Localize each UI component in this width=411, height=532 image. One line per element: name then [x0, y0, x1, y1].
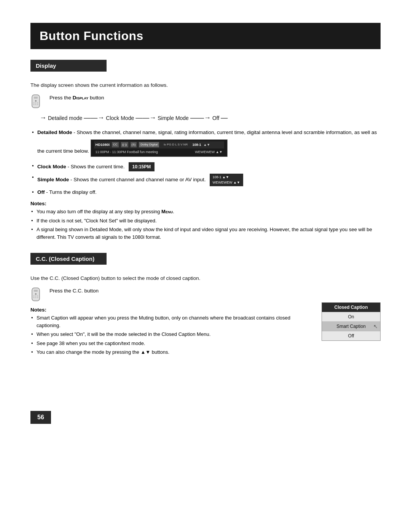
svg-point-15 [33, 297, 35, 298]
svg-point-7 [37, 104, 38, 105]
display-note-2: If the clock is not set, "Clock Not Set"… [30, 217, 381, 225]
flow-arrow-4: — [221, 114, 228, 122]
svg-point-6 [33, 104, 35, 105]
page-number: 56 [30, 411, 51, 424]
mode-simple: Simple Mode [158, 115, 189, 121]
display-notes-list: You may also turn off the display at any… [30, 208, 381, 241]
cc-menu-container: Closed Caption On Smart Caption ↖ Off [322, 302, 381, 341]
cc-note-4: You can also change the mode by pressing… [30, 348, 310, 356]
svg-point-8 [35, 102, 37, 104]
flow-arrow-2: ——→ [135, 114, 156, 122]
flow-arrow-3: ——→ [190, 114, 211, 122]
mode-detailed: Detailed mode [48, 115, 82, 121]
page-number-container: 56 [30, 388, 381, 424]
display-note-3: A signal being shown in Detailed Mode, w… [30, 226, 381, 241]
display-notes: Notes: You may also turn off the display… [30, 201, 381, 241]
svg-point-17 [35, 296, 37, 297]
flow-arrow-0: → [40, 114, 46, 122]
cc-intro: Use the C.C. (Closed Caption) button to … [30, 275, 381, 281]
mode-clock: Clock Mode [106, 115, 134, 121]
cc-menu-header: Closed Caption [322, 303, 380, 312]
display-intro: The display screen shows the current inf… [30, 82, 381, 88]
svg-point-3 [33, 102, 35, 104]
display-press-row: Press the Display button [30, 93, 381, 109]
display-note-1: You may also turn off the display at any… [30, 208, 381, 216]
cc-menu-item-off: Off [322, 331, 380, 340]
cc-press-row: Press the C.C. button [30, 286, 310, 302]
page-title: Button Functions [40, 29, 371, 43]
svg-point-12 [33, 296, 35, 297]
svg-rect-1 [34, 97, 38, 99]
cc-remote-icon [30, 287, 45, 302]
cc-section: C.C. (Closed Caption) Use the C.C. (Clos… [30, 253, 381, 358]
display-bullets: Detailed Mode - Shows the channel, chann… [30, 129, 381, 196]
cc-menu-item-on: On [322, 312, 380, 321]
cc-section-header: C.C. (Closed Caption) [30, 253, 107, 265]
svg-point-5 [35, 104, 37, 105]
cc-note-1: Smart Caption will appear when you press… [30, 314, 310, 329]
cc-notes-list: Smart Caption will appear when you press… [30, 314, 310, 356]
detailed-top-bar: HD1080i CC ((·)) (S) Dolby Digital tv PG… [94, 141, 224, 148]
display-section-header: Display [30, 60, 107, 72]
page-title-bar: Button Functions [30, 23, 381, 49]
svg-point-11 [35, 293, 37, 295]
bullet-off-mode: Off - Turns the display off. [30, 189, 381, 196]
display-press-text: Press the Display button [49, 93, 104, 101]
mode-flow: → Detailed mode ——→ Clock Mode ——→ Simpl… [30, 114, 381, 122]
svg-point-14 [35, 297, 37, 298]
display-notes-title: Notes: [30, 201, 381, 206]
clock-display: 10:15PM [129, 162, 155, 171]
cc-layout: Press the C.C. button Notes: Smart Capti… [30, 286, 381, 358]
display-section: Display The display screen shows the cur… [30, 60, 381, 241]
svg-point-4 [37, 102, 38, 104]
detailed-mode-screen: HD1080i CC ((·)) (S) Dolby Digital tv PG… [91, 139, 228, 157]
simple-mode-display: 108-1 ▲▼ WEWEWEW ▲▼ [210, 174, 243, 186]
cc-menu: Closed Caption On Smart Caption ↖ Off [322, 302, 381, 341]
svg-rect-10 [34, 290, 38, 292]
bullet-clock-mode: Clock Mode - Shows the current time. 10:… [30, 162, 381, 171]
cc-left-content: Press the C.C. button Notes: Smart Capti… [30, 286, 310, 358]
flow-arrow-1: ——→ [84, 114, 104, 122]
cc-press-text: Press the C.C. button [49, 286, 99, 294]
remote-icon [30, 94, 45, 109]
svg-point-13 [37, 296, 38, 297]
detailed-bottom-bar: 11:00PM - 11:30PM Football fun meeting W… [94, 149, 224, 155]
mode-off: Off [212, 115, 219, 121]
cc-notes-title: Notes: [30, 307, 310, 313]
bullet-detailed-mode: Detailed Mode - Shows the channel, chann… [30, 129, 381, 160]
cc-menu-item-smart: Smart Caption ↖ [322, 321, 380, 331]
cursor-icon: ↖ [373, 323, 378, 329]
cc-note-3: See page 38 when you set the caption/tex… [30, 340, 310, 347]
cc-note-2: When you select "On", it will be the mod… [30, 331, 310, 338]
svg-point-16 [37, 297, 38, 298]
bullet-simple-mode: Simple Mode - Shows the current channel … [30, 174, 381, 186]
cc-notes: Notes: Smart Caption will appear when yo… [30, 307, 310, 356]
svg-point-2 [35, 100, 37, 102]
